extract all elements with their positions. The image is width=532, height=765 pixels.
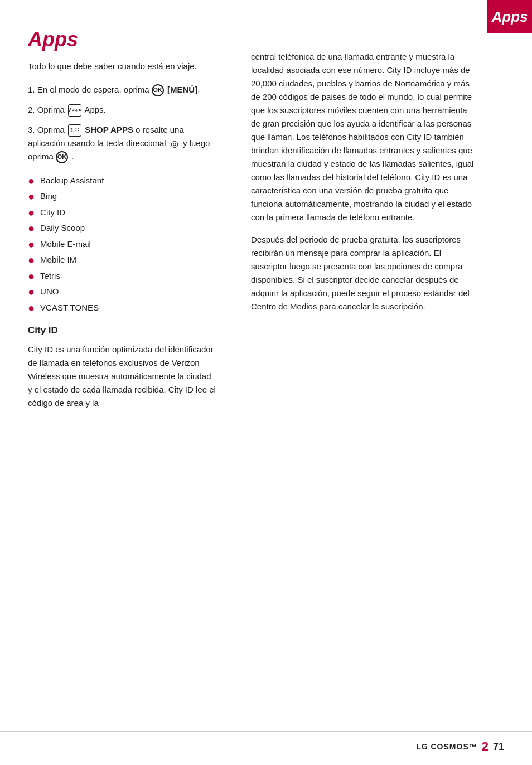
bullet-dot: ● xyxy=(28,254,35,265)
step-3: 3. Oprima 1 ∷ SHOP APPS o resalte una ap… xyxy=(28,123,217,163)
step-2-number: 2. xyxy=(28,105,37,114)
step-1: 1. En el modo de espera, oprima OK [MENÚ… xyxy=(28,83,217,96)
bullet-label: City ID xyxy=(40,206,65,219)
city-id-heading: City ID xyxy=(28,325,217,336)
step-3-number: 3. xyxy=(28,125,37,134)
page-heading: Apps xyxy=(28,28,217,51)
step-1-number: 1. xyxy=(28,85,37,94)
bullet-list: ● Backup Assistant ● Bing ● City ID ● Da… xyxy=(28,175,217,314)
nav-icon: ◎ xyxy=(168,138,181,150)
bullet-label: VCAST TONES xyxy=(40,302,99,314)
step-3-text-before: Oprima xyxy=(37,125,67,134)
step-1-text-before: En el modo de espera, oprima xyxy=(37,85,152,94)
step-2: 2. Oprima 7pqrs Apps. xyxy=(28,103,217,117)
step-3-period: . xyxy=(71,152,74,161)
bottom-rule xyxy=(0,731,532,732)
bullet-label: Tetris xyxy=(40,270,60,283)
bullet-label: Mobile E-mail xyxy=(40,238,91,251)
bullet-dot: ● xyxy=(28,207,35,218)
bullet-item-backup: ● Backup Assistant xyxy=(28,175,217,187)
steps-list: 1. En el modo de espera, oprima OK [MENÚ… xyxy=(28,83,217,163)
corner-tab-label: Apps xyxy=(492,8,528,26)
key-7-icon: 7pqrs xyxy=(68,104,81,117)
bullet-dot: ● xyxy=(28,239,35,250)
right-para-1: central teléfonica de una llamada entran… xyxy=(251,50,474,224)
bullet-label: UNO xyxy=(40,285,59,298)
bullet-dot: ● xyxy=(28,222,35,234)
bullet-dot: ● xyxy=(28,270,35,282)
bullet-label: Daily Scoop xyxy=(40,222,85,235)
key-1-icon: 1 ∷ xyxy=(68,124,81,137)
bullet-item-bing: ● Bing xyxy=(28,190,217,203)
bullet-dot: ● xyxy=(28,175,35,186)
step-1-text-after: [MENÚ]. xyxy=(167,85,200,94)
city-id-intro-para: City ID es una función optimizada del id… xyxy=(28,343,217,410)
step-2-text-after: Apps. xyxy=(84,105,105,114)
bullet-label: Backup Assistant xyxy=(40,175,104,187)
bullet-item-mobileemail: ● Mobile E-mail xyxy=(28,238,217,251)
footer-brand: LG COSMOS™ xyxy=(416,742,477,751)
step-2-text-before: Oprima xyxy=(37,105,67,114)
bullet-item-dailyscoop: ● Daily Scoop xyxy=(28,222,217,235)
bullet-item-uno: ● UNO xyxy=(28,285,217,298)
footer-page: 71 xyxy=(493,741,504,753)
bullet-item-mobileim: ● Mobile IM xyxy=(28,254,217,267)
ok-icon-3: OK xyxy=(56,151,68,163)
bullet-item-cityid: ● City ID xyxy=(28,206,217,219)
right-column: central teléfonica de una llamada entran… xyxy=(234,11,502,435)
corner-tab: Apps xyxy=(487,0,532,33)
bullet-item-vcast: ● VCAST TONES xyxy=(28,302,217,314)
bullet-dot: ● xyxy=(28,286,35,297)
left-column: Apps Todo lo que debe saber cuando está … xyxy=(0,11,234,435)
bullet-item-tetris: ● Tetris xyxy=(28,270,217,283)
footer-number: 2 xyxy=(482,739,489,754)
ok-icon-1: OK xyxy=(152,84,164,96)
bullet-label: Mobile IM xyxy=(40,254,76,267)
bullet-dot: ● xyxy=(28,302,35,313)
bullet-dot: ● xyxy=(28,191,35,202)
bullet-label: Bing xyxy=(40,190,57,203)
intro-paragraph: Todo lo que debe saber cuando está en vi… xyxy=(28,60,217,73)
right-para-2: Después del periodo de prueba gratuita, … xyxy=(251,233,474,313)
page-content: Apps Todo lo que debe saber cuando está … xyxy=(0,0,532,458)
page-footer: LG COSMOS™ 2 71 xyxy=(416,739,504,754)
